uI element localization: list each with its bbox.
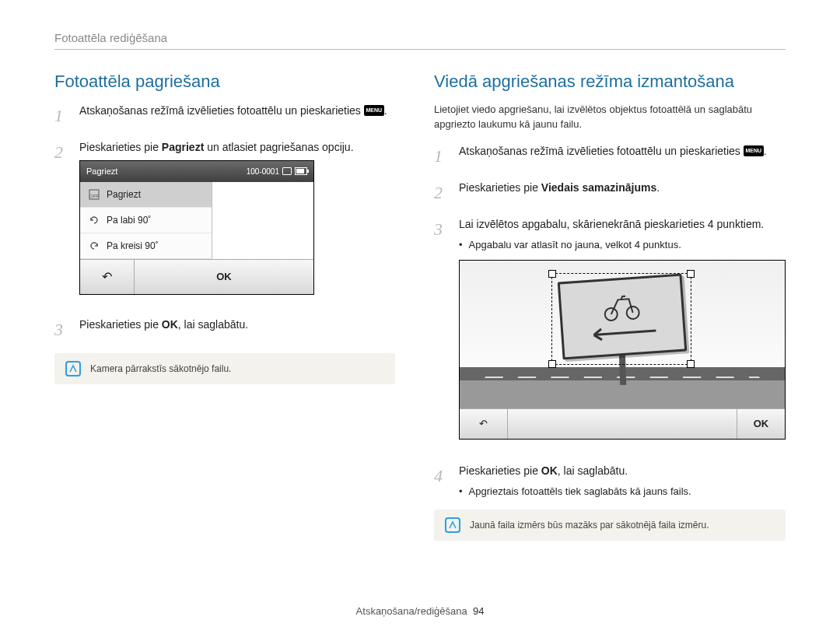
menu-icon: MENU: [744, 145, 764, 156]
step-number: 4: [434, 463, 448, 489]
step-text: Lai izvēlētos apgabalu, skārienekrānā pi…: [459, 218, 764, 230]
rotate-option-left[interactable]: Pa kreisi 90˚: [80, 233, 212, 259]
crop-scene: [460, 261, 785, 408]
back-arrow-icon: ↶: [479, 416, 488, 432]
left-step-3: 3 Pieskarieties pie OK, lai saglabātu.: [54, 317, 395, 342]
camera-rotate-screenshot: Pagriezt 100-0001 OFF: [79, 160, 314, 295]
left-step-2: 2 Pieskarieties pie Pagriezt un atlasiet…: [54, 139, 395, 306]
left-note: Kamera pārrakstīs sākotnējo failu.: [54, 353, 395, 384]
left-steps: 1 Atskaņošanas režīmā izvēlieties fotoat…: [54, 103, 395, 342]
crop-handle-tl[interactable]: [548, 270, 556, 278]
rotate-right-icon: [88, 214, 100, 226]
step-bold: Viedais samazinājums: [541, 181, 656, 194]
step-number: 3: [54, 317, 68, 342]
step-text: , lai saglabātu.: [178, 318, 248, 331]
back-arrow-icon: ↶: [102, 268, 112, 286]
left-column: Fotoattēla pagriešana 1 Atskaņošanas rež…: [54, 72, 395, 541]
step-number: 1: [54, 103, 68, 128]
right-column: Viedā apgriešanas režīma izmantošana Lie…: [434, 72, 786, 541]
menu-icon: MENU: [364, 105, 384, 116]
svg-text:OFF: OFF: [89, 194, 99, 198]
step-text: Pieskarieties pie: [459, 181, 541, 194]
rotate-option-panel: OFF Pagriezt Pa labi 90˚: [80, 182, 212, 259]
step-bullet: Apgabalu var atlasīt no jauna, velkot 4 …: [459, 237, 786, 253]
content-columns: Fotoattēla pagriešana 1 Atskaņošanas rež…: [54, 72, 786, 541]
step-text: Atskaņošanas režīmā izvēlieties fotoattē…: [79, 104, 364, 117]
info-icon: [65, 361, 81, 377]
camera-top-bar: Pagriezt 100-0001: [80, 161, 313, 182]
step-bold: Pagriezt: [162, 141, 204, 153]
step-number: 2: [54, 139, 68, 165]
rotate-option-label: Pa labi 90˚: [107, 213, 151, 227]
step-text: Atskaņošanas režīmā izvēlieties fotoattē…: [459, 145, 744, 157]
rotate-left-icon: [88, 240, 100, 252]
camera-back-button[interactable]: ↶: [80, 260, 135, 294]
footer-section: Atskaņošana/rediģēšana: [356, 605, 467, 617]
rotate-off-icon: OFF: [88, 188, 100, 201]
step-number: 3: [434, 216, 448, 242]
crop-handle-bl[interactable]: [548, 360, 556, 368]
rotate-option-off[interactable]: OFF Pagriezt: [80, 182, 212, 208]
rotate-option-right[interactable]: Pa labi 90˚: [80, 208, 212, 233]
info-icon: [445, 517, 460, 533]
left-step-1: 1 Atskaņošanas režīmā izvēlieties fotoat…: [54, 103, 395, 128]
step-number: 2: [434, 180, 448, 205]
right-step-2: 2 Pieskarieties pie Viedais samazinājums…: [434, 180, 786, 205]
left-section-title: Fotoattēla pagriešana: [54, 72, 395, 92]
step-bullet: Apgrieztais fotoattēls tiek saglabāts kā…: [459, 484, 786, 499]
note-text: Jaunā faila izmērs būs mazāks par sākotn…: [470, 520, 709, 531]
crop-back-button[interactable]: ↶: [460, 409, 508, 439]
right-note: Jaunā faila izmērs būs mazāks par sākotn…: [434, 510, 786, 541]
crop-frame[interactable]: [551, 273, 691, 365]
camera-crop-screenshot: ↶ OK: [459, 260, 786, 440]
camera-screen-title: Pagriezt: [86, 165, 117, 178]
memory-icon: [282, 167, 292, 175]
battery-icon: [295, 167, 307, 175]
camera-ok-button[interactable]: OK: [135, 260, 313, 294]
right-step-1: 1 Atskaņošanas režīmā izvēlieties fotoat…: [434, 143, 786, 169]
rotate-option-label: Pagriezt: [107, 187, 141, 201]
step-text: Pieskarieties pie: [459, 464, 541, 477]
step-text: Pieskarieties pie: [79, 318, 162, 331]
right-intro: Lietojiet viedo apgriešanu, lai izvēlēto…: [434, 103, 786, 132]
ok-label: OK: [541, 464, 558, 477]
page-header: Fotoattēla rediģēšana: [54, 31, 786, 50]
crop-handle-tr[interactable]: [687, 270, 695, 278]
note-text: Kamera pārrakstīs sākotnējo failu.: [90, 363, 231, 374]
step-number: 1: [434, 143, 448, 169]
step-text: un atlasiet pagriešanas opciju.: [204, 141, 353, 153]
crop-ok-button[interactable]: OK: [737, 409, 785, 439]
crop-handle-br[interactable]: [687, 360, 695, 368]
step-text: .: [656, 181, 660, 194]
right-step-4: 4 Pieskarieties pie OK, lai saglabātu. A…: [434, 463, 786, 499]
ok-label: OK: [162, 318, 178, 331]
rotate-preview: [212, 182, 313, 259]
step-text: .: [764, 145, 767, 157]
step-text: .: [384, 104, 387, 117]
camera-counter: 100-0001: [247, 166, 279, 177]
page-number: 94: [473, 605, 484, 617]
step-text: Pieskarieties pie: [79, 141, 162, 153]
step-text: , lai saglabātu.: [558, 464, 628, 477]
page-footer: Atskaņošana/rediģēšana 94: [0, 605, 840, 617]
right-section-title: Viedā apgriešanas režīma izmantošana: [434, 72, 786, 92]
rotate-option-label: Pa kreisi 90˚: [107, 239, 159, 253]
right-step-3: 3 Lai izvēlētos apgabalu, skārienekrānā …: [434, 216, 786, 452]
right-steps: 1 Atskaņošanas režīmā izvēlieties fotoat…: [434, 143, 786, 499]
